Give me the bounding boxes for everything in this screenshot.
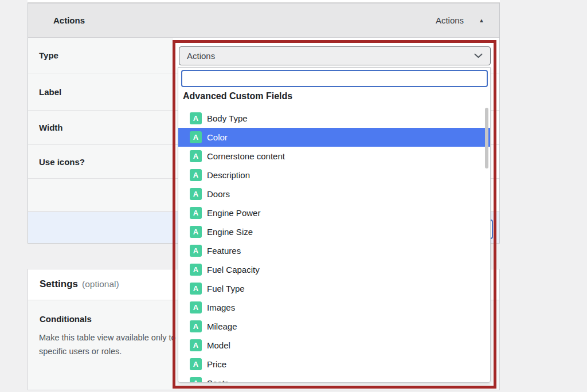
- conditionals-description: Make this table view available only to s…: [39, 331, 176, 358]
- acf-field-icon: A: [190, 358, 202, 370]
- chevron-down-icon: [474, 53, 483, 58]
- settings-title: Settings: [40, 279, 78, 290]
- dropdown-option[interactable]: A Features: [178, 241, 490, 260]
- dropdown-option-label: Description: [207, 170, 250, 180]
- dropdown-option-label: Model: [207, 340, 230, 350]
- dropdown-option-label: Body Type: [207, 113, 248, 123]
- dropdown-option-label: Color: [207, 132, 228, 142]
- row-label-width: Width: [28, 111, 173, 144]
- page: Actions Actions ▲ Type Label Width Use i…: [0, 0, 587, 392]
- dropdown-option-label: Doors: [207, 189, 230, 199]
- type-select-dropdown: Advanced Custom Fields A Body Type A Col…: [178, 67, 491, 383]
- acf-field-icon: A: [190, 301, 202, 313]
- acf-field-icon: A: [190, 245, 202, 257]
- dropdown-option-highlighted[interactable]: A Color: [178, 128, 490, 147]
- actions-card-header[interactable]: Actions Actions ▲: [28, 3, 499, 38]
- card-header-value: Actions: [436, 15, 464, 25]
- acf-field-icon: A: [190, 377, 202, 383]
- conditionals-heading: Conditionals: [40, 314, 92, 324]
- acf-field-icon: A: [190, 339, 202, 351]
- row-label-use-icons: Use icons?: [28, 145, 173, 178]
- dropdown-option[interactable]: A Fuel Type: [178, 279, 490, 298]
- row-label-type: Type: [28, 38, 173, 73]
- dropdown-search-input[interactable]: [181, 70, 488, 87]
- card-title: Actions: [53, 15, 85, 25]
- settings-title-suffix: (optional): [82, 279, 119, 289]
- dropdown-option[interactable]: A Fuel Capacity: [178, 260, 490, 279]
- dropdown-option-label: Mileage: [207, 322, 237, 331]
- dropdown-option-label: Images: [207, 303, 235, 312]
- dropdown-option[interactable]: A Engine Power: [178, 203, 490, 222]
- dropdown-option[interactable]: A Engine Size: [178, 222, 490, 241]
- acf-field-icon: A: [190, 169, 202, 181]
- row-label-label: Label: [28, 73, 173, 110]
- dropdown-option-label: Cornerstone content: [207, 151, 285, 161]
- collapse-icon[interactable]: ▲: [479, 17, 484, 23]
- dropdown-option[interactable]: A Images: [178, 298, 490, 317]
- dropdown-option-label: Features: [207, 246, 241, 256]
- dropdown-option-label: Engine Power: [207, 208, 260, 218]
- acf-field-icon: A: [190, 283, 202, 295]
- acf-field-icon: A: [190, 320, 202, 332]
- acf-field-icon: A: [190, 150, 202, 162]
- dropdown-option[interactable]: A Description: [178, 166, 490, 185]
- dropdown-group-header: Advanced Custom Fields: [183, 91, 292, 101]
- row-label-empty: [28, 179, 173, 211]
- dropdown-option[interactable]: A Seats: [178, 374, 490, 383]
- acf-field-icon: A: [190, 112, 202, 124]
- dropdown-option[interactable]: A Body Type: [178, 109, 490, 128]
- type-select[interactable]: Actions: [179, 46, 491, 65]
- footer-label-cell: [28, 212, 173, 243]
- dropdown-option[interactable]: A Mileage: [178, 317, 490, 336]
- dropdown-option-label: Seats: [207, 378, 229, 383]
- dropdown-option-label: Engine Size: [207, 227, 253, 237]
- dropdown-option[interactable]: A Model: [178, 336, 490, 355]
- dropdown-options-list: A Body Type A Color A Cornerstone conten…: [178, 109, 490, 383]
- acf-field-icon: A: [190, 226, 202, 238]
- acf-field-icon: A: [190, 131, 202, 143]
- dropdown-option[interactable]: A Doors: [178, 185, 490, 203]
- dropdown-option-label: Fuel Type: [207, 284, 245, 293]
- acf-field-icon: A: [190, 264, 202, 276]
- acf-field-icon: A: [190, 188, 202, 200]
- dropdown-option-label: Fuel Capacity: [207, 265, 260, 275]
- dropdown-option-label: Price: [207, 359, 226, 369]
- dropdown-option[interactable]: A Cornerstone content: [178, 147, 490, 166]
- type-select-value: Actions: [187, 51, 215, 61]
- dropdown-scrollbar-thumb[interactable]: [485, 108, 488, 168]
- acf-field-icon: A: [190, 207, 202, 219]
- dropdown-option[interactable]: A Price: [178, 355, 490, 374]
- conditionals-description-line1: Make this table view available only to: [39, 331, 176, 345]
- conditionals-description-line2: specific users or roles.: [39, 345, 176, 359]
